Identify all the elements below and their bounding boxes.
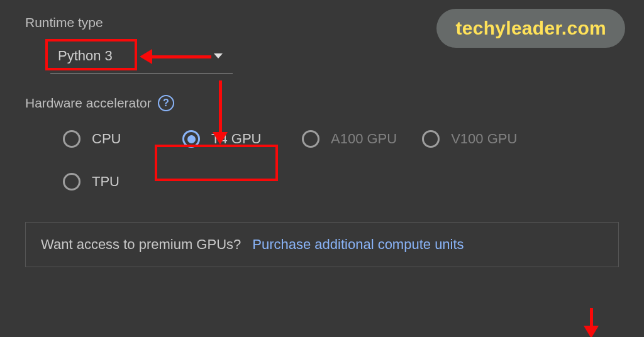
- chevron-down-icon: [214, 53, 223, 58]
- purchase-compute-link[interactable]: Purchase additional compute units: [252, 236, 464, 253]
- premium-question-text: Want access to premium GPUs?: [41, 236, 241, 253]
- radio-dot-icon: [187, 135, 196, 143]
- runtime-type-dropdown[interactable]: Python 3: [50, 43, 233, 74]
- radio-label: A100 GPU: [331, 131, 397, 147]
- radio-circle-icon: [422, 130, 440, 148]
- watermark-text: techyleader.com: [455, 18, 606, 38]
- radio-label: V100 GPU: [451, 131, 517, 147]
- radio-option-a100[interactable]: A100 GPU: [302, 130, 397, 148]
- radio-option-cpu[interactable]: CPU: [63, 130, 157, 148]
- radio-option-t4[interactable]: T4 GPU: [182, 130, 277, 148]
- runtime-type-value: Python 3: [58, 48, 113, 64]
- annotation-arrow-icon: [584, 308, 599, 337]
- watermark-badge: techyleader.com: [436, 9, 625, 48]
- hardware-accelerator-label: Hardware accelerator: [25, 96, 152, 111]
- radio-circle-icon: [63, 173, 80, 191]
- radio-circle-icon: [302, 130, 319, 148]
- radio-option-v100[interactable]: V100 GPU: [422, 130, 517, 148]
- radio-circle-icon: [182, 130, 200, 148]
- radio-option-tpu[interactable]: TPU: [63, 173, 157, 191]
- help-icon[interactable]: ?: [158, 95, 174, 111]
- radio-circle-icon: [63, 130, 80, 148]
- premium-gpu-banner: Want access to premium GPUs? Purchase ad…: [25, 222, 619, 267]
- radio-label: T4 GPU: [211, 131, 261, 147]
- radio-label: TPU: [92, 174, 119, 190]
- radio-label: CPU: [92, 131, 121, 147]
